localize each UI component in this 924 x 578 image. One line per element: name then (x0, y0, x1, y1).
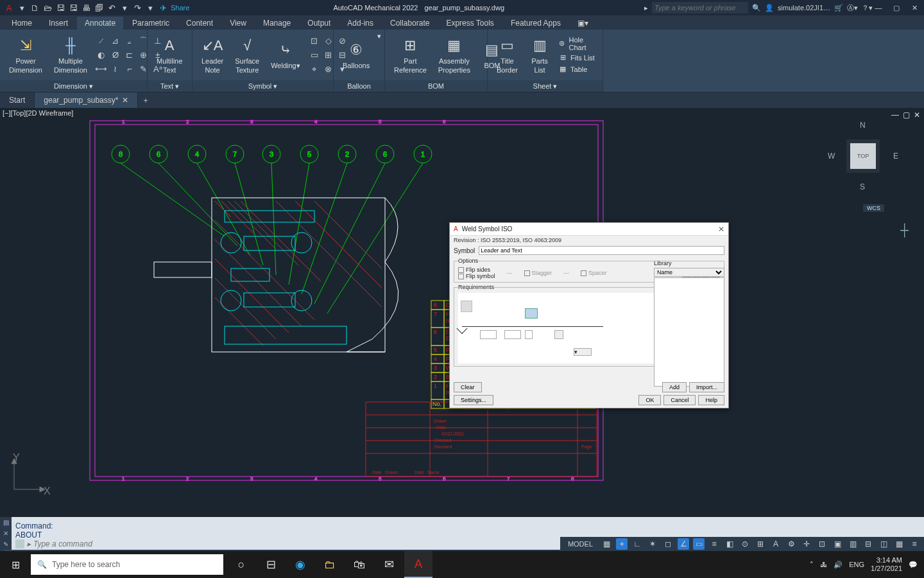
fits-list-button[interactable]: ⊞Fits List (558, 53, 597, 63)
qat-undo-icon[interactable]: ↶ (107, 3, 117, 13)
search-icon[interactable]: 🔍 (752, 4, 761, 12)
weld-tail-dropdown[interactable]: ▾ (574, 348, 592, 356)
share-label[interactable]: Share (171, 4, 189, 12)
weld-field-3[interactable] (525, 330, 533, 339)
qp-toggle[interactable]: ◫ (878, 538, 889, 550)
balloon-drop-icon[interactable]: ▾ (377, 32, 381, 40)
balloons-button[interactable]: ⑥Balloons (339, 37, 373, 73)
tray-notifications-icon[interactable]: 💬 (909, 561, 918, 569)
dim-lin-icon[interactable]: ⟋ (95, 35, 108, 48)
tab-manage[interactable]: Manage (255, 17, 298, 30)
doctab-close-icon[interactable]: ✕ (122, 96, 128, 105)
weld-type-selected[interactable] (525, 308, 538, 319)
tab-addins[interactable]: Add-ins (339, 17, 381, 30)
doctab-current[interactable]: gear_pump_subassy*✕ (35, 92, 138, 108)
help-icon[interactable]: ？▾ (862, 3, 873, 13)
tray-clock[interactable]: 3:14 AM1/27/2021 (871, 556, 902, 573)
surface-texture-button[interactable]: √Surface Texture (231, 33, 263, 76)
dim-rad-icon[interactable]: ◐ (95, 49, 108, 62)
vp-close-icon[interactable]: ✕ (914, 110, 920, 119)
spacer-checkbox[interactable]: Spacer (581, 270, 607, 276)
dim-jog-icon[interactable]: ⌐ (123, 63, 136, 76)
wcs-badge[interactable]: WCS (863, 204, 884, 212)
sym-e-icon[interactable]: ⊞ (322, 49, 335, 62)
hole-chart-button[interactable]: ⊚Hole Chart (558, 36, 597, 51)
weld-field-1[interactable] (480, 330, 497, 339)
store-icon[interactable]: 🛍 (345, 551, 373, 578)
tab-collaborate[interactable]: Collaborate (382, 17, 437, 30)
tab-output[interactable]: Output (300, 17, 338, 30)
app-logo-icon[interactable]: A (4, 3, 14, 13)
mail-icon[interactable]: ✉ (375, 551, 403, 578)
iso-toggle[interactable]: ⊡ (816, 538, 828, 550)
tab-express[interactable]: Express Tools (438, 17, 501, 30)
status-model[interactable]: MODEL (564, 540, 597, 548)
plus-toggle[interactable]: ✛ (801, 538, 812, 550)
leader-note-button[interactable]: ↙ALeader Note (198, 33, 227, 76)
units-toggle[interactable]: ⊟ (862, 538, 874, 550)
viewcube-face[interactable]: TOP (850, 143, 876, 169)
weld-field-4[interactable] (554, 330, 563, 339)
share-icon[interactable]: ✈ (158, 3, 168, 13)
explorer-icon[interactable]: 🗀 (316, 551, 344, 578)
dim-ang-icon[interactable]: ⦟ (123, 35, 136, 48)
settings-button[interactable]: Settings... (454, 395, 493, 405)
edge-icon[interactable]: ◉ (286, 551, 314, 578)
tray-ime-icon[interactable]: ENG (849, 561, 864, 568)
tab-parametric[interactable]: Parametric (124, 17, 177, 30)
symbol-input[interactable] (479, 246, 724, 255)
vp-min-icon[interactable]: — (891, 110, 899, 119)
cancel-button[interactable]: Cancel (663, 395, 696, 405)
viewcube[interactable]: N S W E TOP (828, 121, 898, 191)
minimize-button[interactable]: — (873, 4, 884, 12)
taskbar-search[interactable]: 🔍Type here to search (31, 554, 223, 575)
trans-toggle[interactable]: ◧ (724, 538, 735, 550)
otrack-toggle[interactable]: ∠ (678, 538, 689, 550)
vp-max-icon[interactable]: ▢ (903, 110, 910, 119)
qat-save2-icon[interactable]: 🖫 (55, 3, 65, 13)
dim-brk-icon[interactable]: ≀ (109, 63, 122, 76)
maximize-button[interactable]: ▢ (891, 4, 902, 12)
ws-toggle[interactable]: ▣ (832, 538, 843, 550)
tab-featured[interactable]: Featured Apps (503, 17, 569, 30)
qat-saveas-icon[interactable]: 🖫 (68, 3, 78, 13)
tab-insert[interactable]: Insert (41, 17, 76, 30)
dim-dia-icon[interactable]: Ø (109, 49, 122, 62)
ok-button[interactable]: OK (638, 395, 661, 405)
panel-balloon-label[interactable]: Balloon (334, 80, 384, 92)
sym-d-icon[interactable]: ▭ (308, 49, 321, 62)
ribbon-overflow-icon[interactable]: ▣▾ (570, 17, 596, 30)
qat-plot-icon[interactable]: 🗐 (94, 3, 104, 13)
search-input[interactable] (652, 2, 748, 13)
sym-b-icon[interactable]: ◇ (322, 35, 335, 48)
qat-save-icon[interactable]: ▾ (17, 3, 27, 13)
panel-symbol-label[interactable]: Symbol ▾ (193, 80, 333, 92)
cmd-config-icon[interactable]: ✎ (3, 541, 8, 548)
doctab-new-button[interactable]: ＋ (138, 95, 153, 106)
flip-symbol-checkbox[interactable]: Flip symbol (458, 273, 495, 279)
tab-home[interactable]: Home (4, 17, 40, 30)
library-list[interactable] (654, 277, 724, 387)
qat-new-icon[interactable]: 🗋 (30, 3, 40, 13)
start-button[interactable]: ⊞ (0, 551, 31, 578)
table-button[interactable]: ▦Table (558, 64, 597, 74)
close-button[interactable]: ✕ (909, 4, 920, 12)
dim-ali-icon[interactable]: ⊿ (109, 35, 122, 48)
qat-open-icon[interactable]: 🗁 (42, 3, 53, 13)
dialog-close-button[interactable]: ✕ (718, 225, 724, 234)
qat-undo-drop-icon[interactable]: ▾ (119, 3, 130, 13)
cyc-toggle[interactable]: ⊙ (739, 538, 751, 550)
cmd-history-icon[interactable]: ▤ (3, 519, 9, 526)
qat-redo-icon[interactable]: ↷ (132, 3, 142, 13)
title-border-button[interactable]: ▭Title Border (493, 33, 522, 76)
mon-toggle[interactable]: ▥ (847, 538, 859, 550)
part-reference-button[interactable]: ⊞Part Reference (390, 33, 431, 76)
parts-list-button[interactable]: ▥Parts List (526, 33, 554, 76)
user-menu[interactable]: simulate.02JI1… (778, 4, 830, 12)
doctab-start[interactable]: Start (0, 92, 35, 108)
panel-dimension-label[interactable]: Dimension ▾ (0, 80, 147, 92)
cmd-close-icon[interactable]: ✕ (3, 530, 8, 537)
tray-chevron-icon[interactable]: ˄ (810, 561, 814, 569)
tab-view[interactable]: View (222, 17, 254, 30)
clean-toggle[interactable]: ▦ (893, 538, 905, 550)
